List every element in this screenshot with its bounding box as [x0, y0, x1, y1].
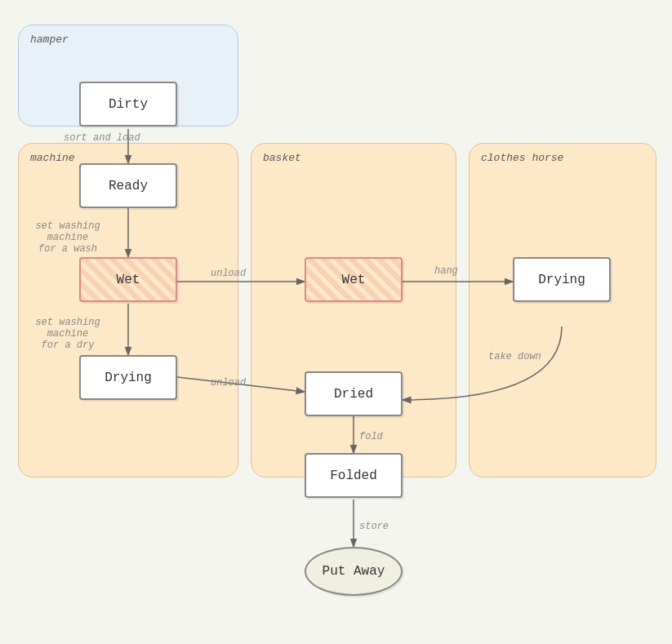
node-dried: Dried — [305, 371, 403, 416]
node-wet-machine: Wet — [79, 257, 177, 302]
region-clothes-horse: clothes horse — [469, 143, 656, 477]
label-fold: fold — [359, 431, 383, 442]
node-ready: Ready — [79, 163, 177, 208]
node-folded: Folded — [305, 453, 403, 498]
region-basket-label: basket — [263, 152, 301, 164]
label-store: store — [359, 521, 389, 532]
label-unload-drying: unload — [211, 377, 246, 389]
node-dirty: Dirty — [79, 82, 177, 127]
label-hang: hang — [434, 265, 458, 277]
region-machine-label: machine — [30, 152, 75, 164]
diagram-container: hamper machine basket clothes horse — [0, 0, 672, 644]
region-hamper-label: hamper — [30, 33, 69, 46]
region-clothes-horse-label: clothes horse — [481, 152, 563, 164]
region-basket: basket — [251, 143, 456, 477]
node-wet-basket: Wet — [305, 257, 403, 302]
label-unload-wet: unload — [211, 268, 246, 279]
label-set-dry: set washing machinefor a dry — [15, 317, 121, 351]
label-set-wash: set washing machinefor a wash — [15, 220, 121, 255]
node-drying-machine: Drying — [79, 355, 177, 400]
label-take-down: take down — [488, 351, 541, 362]
node-put-away: Put Away — [305, 547, 403, 596]
label-sort-and-load: sort and load — [64, 132, 140, 144]
node-drying-horse: Drying — [513, 257, 611, 302]
